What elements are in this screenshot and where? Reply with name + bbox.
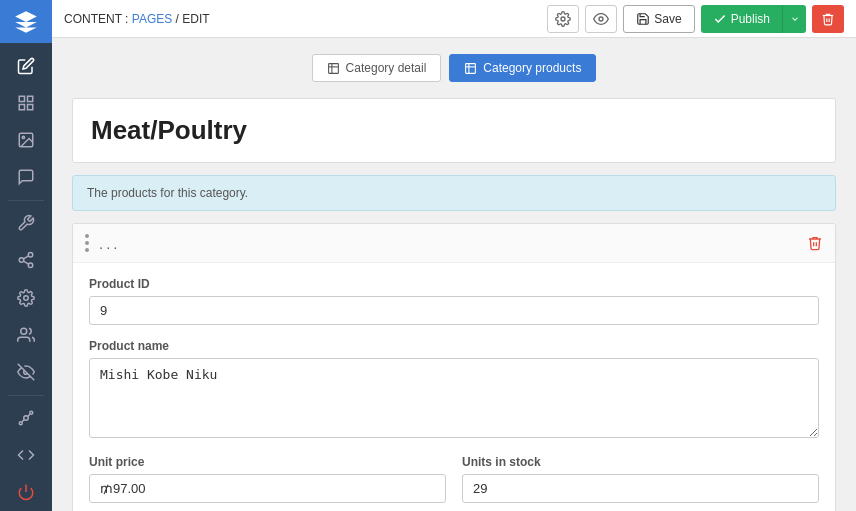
share-icon: [17, 251, 35, 269]
breadcrumb-separator: /: [172, 12, 182, 26]
units-in-stock-input[interactable]: [462, 474, 819, 503]
publish-button[interactable]: Publish: [701, 5, 782, 33]
tab-category-products[interactable]: Category products: [449, 54, 596, 82]
sidebar-item-share[interactable]: [0, 242, 52, 279]
app-logo[interactable]: [0, 0, 52, 43]
publish-label: Publish: [731, 12, 770, 26]
svg-rect-25: [466, 63, 476, 73]
trash-icon: [821, 12, 835, 26]
sidebar-item-power[interactable]: [0, 474, 52, 511]
product-id-input[interactable]: [89, 296, 819, 325]
product-name-field: Product name Mishi Kobe Niku: [89, 339, 819, 441]
sidebar-item-pages[interactable]: [0, 84, 52, 121]
svg-point-15: [30, 411, 33, 414]
tab-category-detail[interactable]: Category detail: [312, 54, 442, 82]
product-name-input[interactable]: Mishi Kobe Niku: [89, 358, 819, 438]
product-block-ellipsis: ...: [99, 235, 807, 252]
sidebar-divider-1: [8, 200, 44, 201]
product-id-label: Product ID: [89, 277, 819, 291]
svg-line-18: [22, 420, 24, 422]
svg-point-21: [599, 17, 603, 21]
info-banner-text: The products for this category.: [87, 186, 248, 200]
svg-line-10: [23, 256, 28, 259]
save-icon: [636, 12, 650, 26]
svg-rect-3: [28, 104, 33, 109]
svg-rect-22: [328, 63, 338, 73]
svg-point-5: [22, 136, 24, 138]
chat-icon: [17, 168, 35, 186]
svg-rect-2: [19, 104, 24, 109]
topbar-actions: Save Publish: [547, 5, 844, 33]
product-block-header: ...: [73, 224, 835, 263]
sidebar: [0, 0, 52, 511]
sidebar-item-settings[interactable]: [0, 279, 52, 316]
sidebar-item-edit[interactable]: [0, 47, 52, 84]
eye-off-icon: [17, 363, 35, 381]
sidebar-item-visibility[interactable]: [0, 353, 52, 390]
sidebar-divider-2: [8, 395, 44, 396]
preview-button[interactable]: [585, 5, 617, 33]
product-block-body: Product ID Product name Mishi Kobe Niku …: [73, 263, 835, 511]
drag-handle[interactable]: [85, 234, 89, 252]
svg-point-6: [28, 253, 33, 258]
units-in-stock-label: Units in stock: [462, 455, 819, 469]
power-icon: [17, 483, 35, 501]
unit-price-input[interactable]: [89, 474, 446, 503]
tool-icon: [17, 214, 35, 232]
drag-dot-3: [85, 248, 89, 252]
breadcrumb-pages[interactable]: PAGES: [132, 12, 172, 26]
sidebar-item-users[interactable]: [0, 316, 52, 353]
svg-line-9: [23, 262, 28, 265]
tab-bar: Category detail Category products: [72, 54, 836, 82]
breadcrumb-current: EDIT: [182, 12, 209, 26]
svg-rect-0: [19, 96, 24, 101]
table-icon-products: [464, 62, 477, 75]
save-label: Save: [654, 12, 681, 26]
users-icon: [17, 326, 35, 344]
tab-category-detail-label: Category detail: [346, 61, 427, 75]
sidebar-item-chat[interactable]: [0, 159, 52, 196]
delete-button[interactable]: [812, 5, 844, 33]
product-delete-button[interactable]: [807, 235, 823, 251]
svg-line-17: [28, 414, 30, 416]
sidebar-item-tools[interactable]: [0, 205, 52, 242]
unit-price-field: Unit price: [89, 455, 446, 503]
units-in-stock-field: Units in stock: [462, 455, 819, 503]
page-title: Meat/Poultry: [91, 115, 817, 146]
unit-price-label: Unit price: [89, 455, 446, 469]
sidebar-item-images[interactable]: [0, 121, 52, 158]
deploy-icon: [17, 446, 35, 464]
breadcrumb-prefix: CONTENT :: [64, 12, 132, 26]
sidebar-item-integrations[interactable]: [0, 400, 52, 437]
publish-group: Publish: [701, 5, 806, 33]
pages-icon: [17, 94, 35, 112]
product-block: ... Product ID Product name Mishi Kobe N…: [72, 223, 836, 511]
gear-icon: [555, 11, 571, 27]
drag-dot-2: [85, 241, 89, 245]
product-id-field: Product ID: [89, 277, 819, 325]
svg-point-20: [561, 17, 565, 21]
info-banner: The products for this category.: [72, 175, 836, 211]
image-icon: [17, 131, 35, 149]
integrations-icon: [17, 409, 35, 427]
product-price-stock-row: Unit price Units in stock: [89, 455, 819, 511]
svg-point-16: [19, 422, 22, 425]
save-button[interactable]: Save: [623, 5, 694, 33]
svg-point-8: [28, 263, 33, 268]
svg-point-12: [21, 328, 27, 334]
edit-icon: [17, 57, 35, 75]
svg-point-11: [24, 295, 29, 300]
publish-dropdown-button[interactable]: [782, 5, 806, 33]
logo-icon: [13, 9, 39, 35]
svg-point-7: [19, 258, 24, 263]
topbar: CONTENT : PAGES / EDIT Save Publish: [52, 0, 856, 38]
main-area: CONTENT : PAGES / EDIT Save Publish: [52, 0, 856, 511]
settings-icon: [17, 289, 35, 307]
product-trash-icon: [807, 235, 823, 251]
page-title-card: Meat/Poultry: [72, 98, 836, 163]
drag-dot-1: [85, 234, 89, 238]
settings-button[interactable]: [547, 5, 579, 33]
sidebar-item-deploy[interactable]: [0, 437, 52, 474]
table-icon-detail: [327, 62, 340, 75]
check-icon: [713, 12, 727, 26]
